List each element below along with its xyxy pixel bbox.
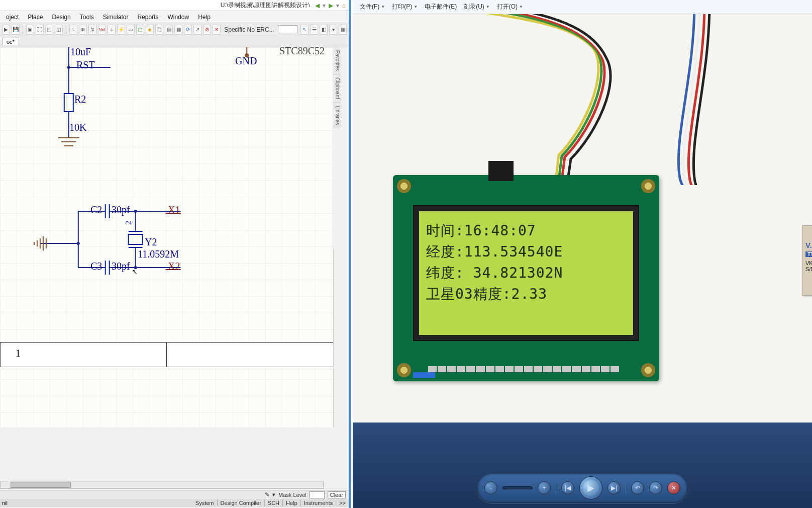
align-icon[interactable]: ☰: [310, 25, 318, 35]
paste-icon[interactable]: ▤: [165, 25, 173, 35]
noerc-x-icon[interactable]: ✕: [213, 25, 221, 35]
panel-tab-help[interactable]: Help: [282, 500, 300, 506]
plus-icon: +: [542, 484, 546, 491]
media-controls: - + |◀ ▶ ▶| ↶ ↷ ✕: [477, 473, 688, 503]
menu-project[interactable]: oject: [2, 13, 23, 22]
net-x1: X1: [168, 204, 180, 216]
viewer-menu-bar: 文件(F)▼ 打印(P)▼ 电子邮件(E) 刻录(U)▼ 打开(O)▼: [353, 0, 812, 14]
menu-simulator[interactable]: Simulator: [99, 13, 133, 22]
menu-help[interactable]: Help: [194, 13, 215, 22]
side-tab-favorites[interactable]: Favorites: [333, 47, 341, 74]
viewer-menu-burn[interactable]: 刻录(U)▼: [461, 2, 493, 12]
next-button[interactable]: ▶|: [607, 481, 621, 494]
panel-tab-more[interactable]: >>: [336, 500, 349, 506]
ground-icon[interactable]: ⏚: [108, 25, 116, 35]
menu-place[interactable]: Place: [24, 13, 47, 22]
more-icon[interactable]: ▾: [329, 25, 337, 35]
netlabel-icon[interactable]: Net: [98, 25, 106, 35]
document-tab[interactable]: oc*: [2, 38, 19, 45]
array-icon[interactable]: ▦: [174, 25, 182, 35]
viewer-menu-email[interactable]: 电子邮件(E): [422, 2, 460, 12]
erc-combo[interactable]: [278, 25, 297, 34]
viewer-content[interactable]: 时间:16:48:07 经度:113.534540E 纬度: 34.821302…: [353, 14, 812, 421]
mask-level-input[interactable]: [310, 491, 325, 498]
screw-icon: [641, 179, 655, 193]
zoom-fit-icon[interactable]: ⛶: [36, 25, 44, 35]
copy-icon[interactable]: ⿻: [155, 25, 163, 35]
h-scrollbar[interactable]: [0, 481, 324, 489]
zoom-in-button[interactable]: +: [538, 481, 551, 494]
viewer-menu-email-label: 电子邮件(E): [425, 3, 457, 11]
viewer-menu-file-label: 文件(F): [360, 3, 379, 11]
grid-icon[interactable]: ▦: [339, 25, 347, 35]
net-gnd: GND: [235, 55, 257, 67]
select-arrow-icon[interactable]: ↖: [300, 25, 309, 35]
screw-icon: [397, 363, 411, 377]
menu-design[interactable]: Design: [48, 13, 74, 22]
nav-dropdown-icon[interactable]: ▾: [323, 2, 326, 9]
lcd-line-lng: 经度:113.534540E: [426, 241, 626, 263]
pin-header: [428, 366, 619, 372]
menu-window[interactable]: Window: [163, 13, 193, 22]
panel-tab-instruments[interactable]: Instruments: [300, 500, 336, 506]
nav-dropdown2-icon[interactable]: ▾: [336, 2, 339, 9]
mask-level-label: Mask Level: [278, 492, 307, 498]
schematic-wires: [0, 47, 333, 428]
zoom-out-button[interactable]: -: [484, 481, 497, 494]
prev-button[interactable]: |◀: [561, 481, 574, 494]
zoom-select-icon[interactable]: ◰: [45, 25, 53, 35]
side-tab-libraries[interactable]: Libraries: [333, 103, 341, 128]
play-icon[interactable]: ▶: [2, 25, 10, 35]
media-control-bar: - + |◀ ▶ ▶| ↶ ↷ ✕: [353, 422, 812, 508]
crystal-y2: Y2: [145, 236, 157, 248]
schematic-canvas[interactable]: 10uF RST R2 10K GND STC89C52 C2 30pf C3 …: [0, 47, 333, 428]
bus-icon[interactable]: ≋: [79, 25, 87, 35]
viewer-menu-file[interactable]: 文件(F)▼: [357, 2, 388, 12]
sheet-icon[interactable]: ▢: [136, 25, 144, 35]
noerc-cancel-icon[interactable]: ⊘: [203, 25, 211, 35]
signal-icon[interactable]: ↯: [88, 25, 96, 35]
zoom-slider[interactable]: [502, 486, 533, 489]
zoom-pan-icon[interactable]: ◱: [55, 25, 63, 35]
lcd-line-lat: 纬度: 34.821302N: [426, 263, 626, 284]
status-bar-lower: ✎ ▾ Mask Level Clear: [0, 490, 349, 499]
gps-model: VK282: [805, 260, 812, 266]
screw-icon: [641, 363, 655, 377]
chevron-down-icon: ▼: [486, 5, 490, 9]
delete-icon: ✕: [671, 484, 676, 491]
play-button[interactable]: ▶: [579, 476, 602, 499]
cap-c3: C3: [90, 261, 102, 272]
cursor-icon: ↖: [132, 268, 138, 274]
cross-icon[interactable]: ↗: [193, 25, 201, 35]
panel-tab-sch[interactable]: SCH: [264, 500, 282, 506]
rotate-right-button[interactable]: ↷: [649, 481, 662, 494]
update-icon[interactable]: ⟳: [184, 25, 192, 35]
clear-button[interactable]: Clear: [328, 491, 346, 498]
crystal-y2-value: 11.0592M: [138, 248, 179, 260]
menu-reports[interactable]: Reports: [133, 13, 162, 22]
filter-icon[interactable]: ▾: [272, 491, 275, 498]
panel-tab-dc[interactable]: Design Compiler: [217, 500, 264, 506]
viewer-menu-open[interactable]: 打开(O)▼: [494, 2, 526, 12]
panel-tab-system[interactable]: System: [192, 500, 217, 506]
grid-color-icon[interactable]: ◧: [320, 25, 328, 35]
separator-icon: [626, 482, 626, 493]
port-icon[interactable]: ◈: [146, 25, 154, 35]
menu-tools[interactable]: Tools: [76, 13, 98, 22]
zoom-area-icon[interactable]: ▣: [26, 25, 34, 35]
delete-button[interactable]: ✕: [667, 481, 680, 494]
rotate-left-button[interactable]: ↶: [631, 481, 644, 494]
photo: 时间:16:48:07 经度:113.534540E 纬度: 34.821302…: [353, 14, 812, 421]
part-icon[interactable]: ▭: [127, 25, 135, 35]
wire-icon[interactable]: ≈: [69, 25, 77, 35]
viewer-menu-print[interactable]: 打印(P)▼: [389, 2, 421, 12]
nav-fwd-icon[interactable]: ▶: [329, 2, 333, 9]
power-icon[interactable]: ⚡: [117, 25, 125, 35]
pick-tool-icon[interactable]: ✎: [265, 491, 269, 498]
side-tab-clipboard[interactable]: Clipboard: [333, 74, 341, 103]
chevron-down-icon: ▼: [519, 5, 523, 9]
home-icon[interactable]: ⌂: [342, 2, 346, 9]
scrollbar-thumb[interactable]: [11, 482, 71, 488]
nav-back-icon[interactable]: ◀: [315, 2, 320, 9]
save-icon[interactable]: 💾: [12, 25, 20, 35]
